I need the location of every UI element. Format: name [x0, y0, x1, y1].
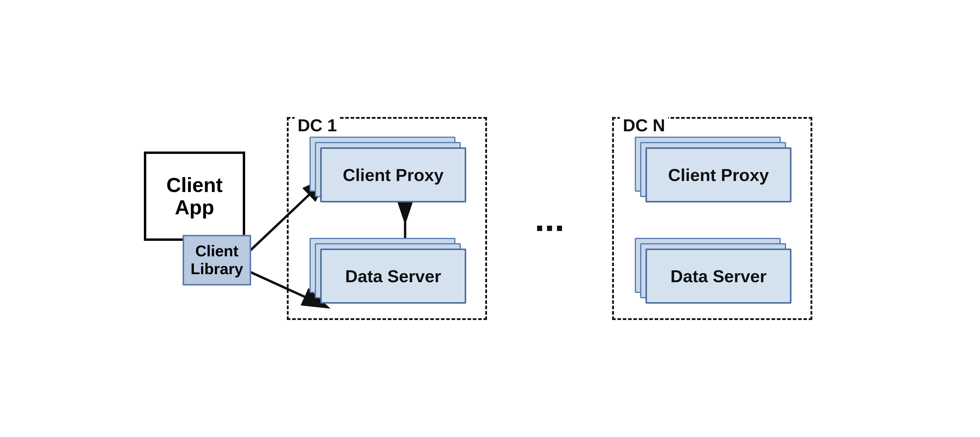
dc1-server-label: Data Server [345, 266, 441, 286]
dc1-proxy-front: Client Proxy [320, 147, 466, 202]
dc1-label: DC 1 [294, 115, 340, 135]
dcn-proxy-label: Client Proxy [668, 165, 769, 185]
client-library-label: Client Library [191, 242, 243, 278]
dcn-server-front: Data Server [646, 249, 791, 304]
dcn-client-proxy-wrapper: Client Proxy [635, 137, 790, 196]
dcn-container: DC N Client Proxy Data Server [612, 117, 812, 320]
dc1-server-front: Data Server [320, 249, 466, 304]
dc1-data-server-wrapper: Data Server [310, 238, 465, 297]
dc1-proxy-label: Client Proxy [343, 165, 444, 185]
client-app-label: Client App [167, 174, 223, 218]
dc1-client-proxy-wrapper: Client Proxy [310, 137, 465, 196]
dc1-container: DC 1 Client Proxy Data Server [287, 117, 487, 320]
ellipsis: ... [535, 198, 565, 239]
dcn-label: DC N [620, 115, 668, 135]
dcn-data-server-wrapper: Data Server [635, 238, 790, 297]
dcn-proxy-front: Client Proxy [646, 147, 791, 202]
client-app-box: Client App [144, 151, 245, 241]
client-app-group: Client App Client Library [144, 151, 245, 286]
dcn-server-label: Data Server [670, 266, 767, 286]
diagram-container: Client App Client Library DC 1 Client Pr… [0, 0, 980, 437]
client-library-box: Client Library [183, 235, 251, 286]
